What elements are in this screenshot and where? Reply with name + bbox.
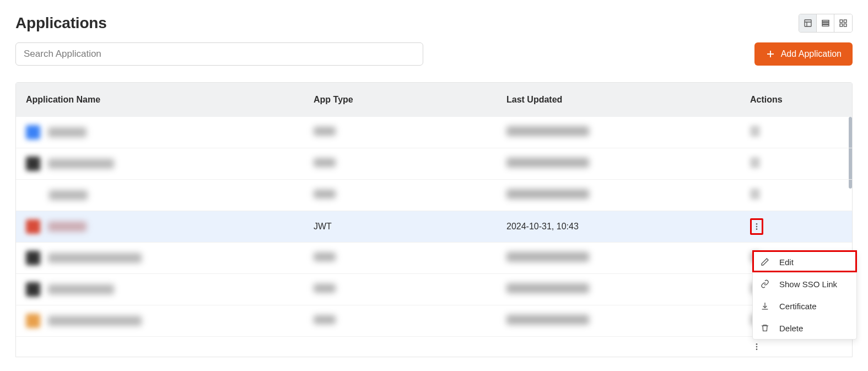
table-row[interactable] [16, 180, 852, 211]
actions-menu: Edit Show SSO Link Certificate Delete [752, 250, 857, 340]
last-updated [506, 252, 589, 262]
menu-edit[interactable]: Edit [753, 251, 856, 273]
app-type [314, 158, 336, 167]
svg-rect-6 [840, 20, 843, 23]
view-list-button[interactable] [817, 14, 834, 32]
menu-certificate-label: Certificate [779, 302, 817, 311]
applications-table: Application Name App Type Last Updated A… [15, 82, 853, 357]
last-updated [506, 126, 589, 136]
svg-point-15 [756, 343, 758, 345]
svg-point-12 [756, 223, 758, 225]
app-name [48, 222, 87, 232]
last-updated [506, 283, 589, 293]
table-row[interactable] [16, 117, 852, 148]
download-icon [761, 302, 769, 310]
app-icon [26, 282, 40, 297]
table-row[interactable]: JWT 2024-10-31, 10:43 [16, 211, 852, 243]
table-row[interactable] [16, 243, 852, 274]
app-name [49, 190, 88, 200]
table-row[interactable] [16, 148, 852, 180]
table-row[interactable] [16, 337, 852, 357]
app-type [314, 252, 336, 261]
view-toggle-group [799, 14, 853, 33]
svg-rect-0 [805, 20, 811, 26]
app-icon [26, 157, 40, 171]
app-type [314, 315, 336, 324]
table-header: Application Name App Type Last Updated A… [16, 83, 852, 117]
menu-certificate[interactable]: Certificate [753, 295, 856, 317]
menu-delete-label: Delete [779, 324, 803, 333]
grid-view-icon [839, 19, 848, 28]
last-updated [506, 315, 589, 325]
header-updated: Last Updated [506, 95, 750, 105]
add-button-label: Add Application [781, 49, 842, 59]
more-vertical-icon [752, 222, 761, 231]
row-actions-button[interactable] [750, 218, 763, 235]
app-icon [26, 251, 40, 265]
row-actions[interactable] [750, 189, 760, 200]
svg-rect-9 [844, 24, 847, 26]
table-row[interactable] [16, 305, 852, 337]
list-view-icon [821, 19, 830, 28]
header-name: Application Name [16, 95, 314, 105]
svg-point-17 [756, 348, 758, 350]
svg-rect-8 [840, 24, 843, 26]
page-title: Applications [15, 14, 107, 32]
menu-show-sso[interactable]: Show SSO Link [753, 273, 856, 295]
app-name [48, 284, 114, 294]
view-grid-button[interactable] [834, 14, 852, 32]
svg-point-14 [756, 228, 758, 230]
plus-icon [765, 49, 775, 59]
header-type: App Type [314, 95, 506, 105]
svg-point-16 [756, 346, 758, 348]
view-table-button[interactable] [799, 14, 817, 32]
app-name [48, 127, 87, 137]
last-updated: 2024-10-31, 10:43 [506, 222, 750, 232]
svg-rect-5 [822, 25, 829, 26]
row-actions[interactable] [750, 126, 760, 137]
svg-rect-7 [844, 20, 847, 23]
pencil-icon [761, 257, 769, 266]
table-view-icon [804, 19, 812, 28]
app-type [314, 127, 336, 136]
trash-icon [761, 324, 769, 332]
app-icon [26, 125, 40, 139]
row-actions[interactable] [750, 157, 760, 168]
more-vertical-icon [752, 342, 761, 351]
menu-show-sso-label: Show SSO Link [779, 279, 837, 289]
app-type [314, 284, 336, 293]
link-icon [761, 279, 769, 288]
menu-delete[interactable]: Delete [753, 317, 856, 339]
last-updated [506, 189, 589, 199]
svg-rect-4 [822, 23, 829, 24]
app-name [48, 253, 142, 263]
app-type [314, 190, 336, 198]
app-icon [26, 314, 40, 328]
app-type: JWT [314, 222, 506, 232]
app-icon [26, 219, 40, 234]
app-name [48, 316, 142, 326]
add-application-button[interactable]: Add Application [754, 42, 853, 66]
menu-edit-label: Edit [779, 257, 794, 267]
last-updated [506, 158, 589, 168]
svg-rect-3 [822, 20, 829, 22]
table-row[interactable] [16, 274, 852, 305]
svg-point-13 [756, 226, 758, 228]
search-input[interactable] [15, 42, 423, 66]
row-actions-button[interactable] [750, 338, 763, 355]
app-name [48, 159, 114, 169]
header-actions: Actions [750, 95, 852, 105]
